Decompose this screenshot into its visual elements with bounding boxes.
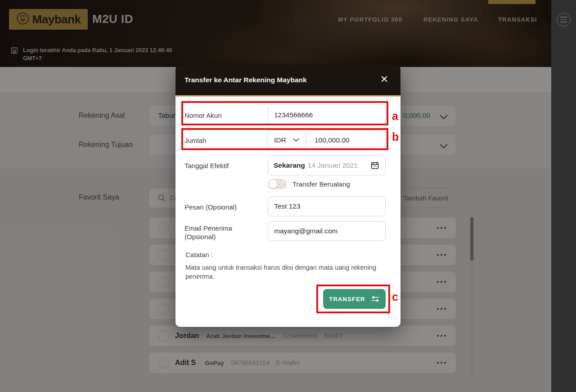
email-penerima-input[interactable]: mayang@gmail.com xyxy=(268,221,386,241)
pesan-value: Test 123 xyxy=(274,202,301,210)
nomor-akun-input[interactable]: 1234566666 xyxy=(268,105,386,125)
modal-header: Transfer ke Antar Rekening Maybank × xyxy=(176,65,400,95)
transfer-modal: Transfer ke Antar Rekening Maybank × Nom… xyxy=(176,65,400,327)
email-penerima-value: mayang@gmail.com xyxy=(274,227,338,235)
currency-select[interactable]: IDR xyxy=(267,130,304,150)
amount-input[interactable]: 100,000.00 xyxy=(306,130,386,150)
currency-value: IDR xyxy=(274,136,286,144)
tanggal-efektif-input[interactable]: Sekarang 14 Januari 2021 xyxy=(268,155,386,175)
catatan-title: Catatan : xyxy=(185,251,213,258)
tanggal-efektif-label: Tanggal Efektif xyxy=(184,162,229,169)
modal-body: Nomor Akun 1234566666 Jumlah IDR 100,000… xyxy=(176,97,400,327)
jumlah-label: Jumlah xyxy=(184,137,206,144)
recurring-transfer-toggle[interactable] xyxy=(268,179,287,189)
close-icon[interactable]: × xyxy=(381,71,388,87)
tanggal-mode: Sekarang xyxy=(274,161,305,169)
transfer-button-label: TRANSFER xyxy=(329,296,365,303)
nomor-akun-label: Nomor Akun xyxy=(184,111,222,119)
calendar-icon[interactable] xyxy=(371,161,379,171)
pesan-input[interactable]: Test 123 xyxy=(268,196,386,216)
email-penerima-label: Email Penerima (Opsional) xyxy=(184,224,252,241)
pesan-label: Pesan (Opsional) xyxy=(184,203,237,211)
toggle-knob xyxy=(268,179,278,189)
transfer-button[interactable]: TRANSFER xyxy=(323,289,386,309)
recurring-transfer-label: Transfer Berualang xyxy=(292,180,350,188)
catatan-text: Mata uang untuk transaksi harus diisi de… xyxy=(185,263,381,281)
transfer-arrows-icon xyxy=(371,296,380,302)
tanggal-value: 14 Januari 2021 xyxy=(308,161,358,169)
nomor-akun-value: 1234566666 xyxy=(274,111,313,119)
chevron-down-icon xyxy=(293,138,299,142)
amount-value: 100,000.00 xyxy=(315,136,350,144)
modal-title: Transfer ke Antar Rekening Maybank xyxy=(184,76,307,84)
